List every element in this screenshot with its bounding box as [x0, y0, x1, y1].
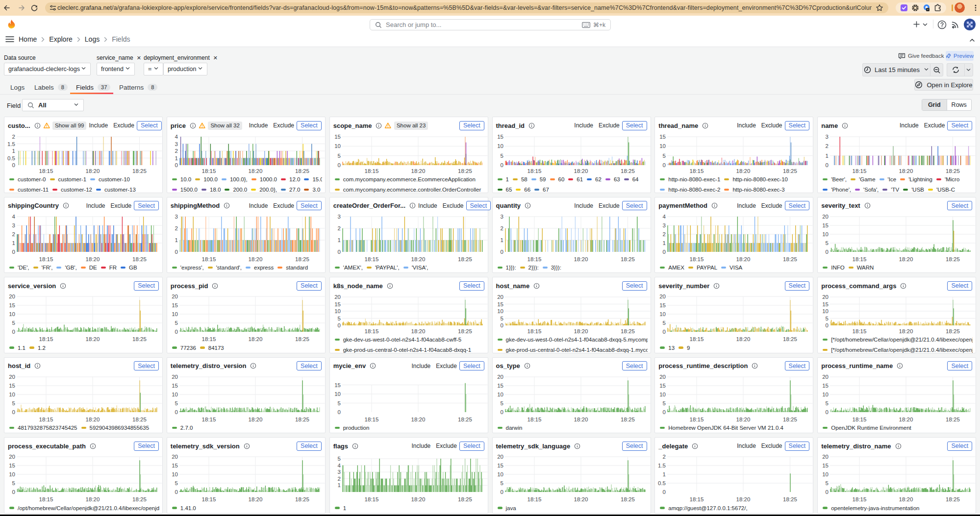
- svg-text:5: 5: [500, 480, 503, 486]
- svg-text:0: 0: [663, 249, 666, 255]
- svg-text:18:15: 18:15: [527, 496, 541, 502]
- svg-text:15: 15: [497, 463, 503, 468]
- svg-text:18:15: 18:15: [39, 416, 53, 422]
- svg-text:15: 15: [822, 383, 829, 389]
- svg-text:18:15: 18:15: [39, 256, 53, 262]
- svg-text:18:25: 18:25: [621, 416, 635, 422]
- svg-text:0: 0: [663, 162, 666, 168]
- svg-text:18:25: 18:25: [295, 496, 309, 502]
- svg-text:10: 10: [497, 471, 503, 477]
- svg-text:10: 10: [497, 308, 503, 314]
- svg-text:5: 5: [663, 320, 666, 326]
- svg-text:18:20: 18:20: [86, 168, 100, 174]
- svg-text:18:25: 18:25: [946, 328, 960, 334]
- svg-text:18:25: 18:25: [621, 168, 635, 174]
- svg-text:18:20: 18:20: [248, 256, 262, 262]
- svg-text:0: 0: [175, 162, 177, 168]
- svg-text:15: 15: [334, 301, 341, 307]
- svg-text:20: 20: [497, 294, 503, 300]
- svg-text:0: 0: [826, 162, 829, 168]
- svg-text:18:20: 18:20: [411, 416, 425, 422]
- svg-text:4: 4: [337, 463, 341, 468]
- svg-text:10: 10: [822, 231, 829, 237]
- svg-text:5: 5: [175, 320, 177, 326]
- svg-text:20: 20: [172, 454, 178, 460]
- svg-text:18:20: 18:20: [86, 336, 100, 342]
- svg-text:0: 0: [12, 489, 15, 495]
- svg-text:5: 5: [500, 400, 503, 406]
- svg-text:20: 20: [9, 374, 15, 380]
- svg-text:15: 15: [660, 134, 666, 140]
- svg-text:10: 10: [822, 308, 829, 314]
- svg-text:18:20: 18:20: [411, 496, 425, 502]
- svg-text:18:20: 18:20: [574, 496, 588, 502]
- svg-text:15: 15: [660, 383, 666, 389]
- svg-text:10: 10: [172, 471, 178, 477]
- svg-text:0: 0: [12, 409, 15, 415]
- svg-text:2: 2: [826, 143, 829, 149]
- svg-text:2: 2: [663, 231, 666, 237]
- svg-text:18:25: 18:25: [295, 168, 309, 174]
- svg-text:0: 0: [12, 249, 15, 255]
- svg-text:15: 15: [497, 134, 503, 140]
- svg-text:18:20: 18:20: [574, 328, 588, 334]
- svg-text:18:20: 18:20: [899, 256, 913, 262]
- svg-text:18:15: 18:15: [201, 336, 216, 342]
- svg-text:18:20: 18:20: [248, 416, 262, 422]
- svg-text:18:25: 18:25: [621, 328, 635, 334]
- svg-text:0: 0: [12, 329, 15, 335]
- svg-text:18:15: 18:15: [690, 336, 704, 342]
- svg-text:18:25: 18:25: [132, 168, 147, 174]
- svg-text:10: 10: [9, 392, 15, 397]
- svg-text:3: 3: [337, 469, 340, 475]
- svg-text:20: 20: [660, 374, 666, 380]
- svg-text:10: 10: [334, 143, 341, 149]
- svg-text:15: 15: [172, 383, 178, 389]
- svg-text:18:20: 18:20: [736, 256, 751, 262]
- svg-text:5: 5: [826, 480, 829, 486]
- svg-text:0: 0: [175, 329, 177, 335]
- svg-text:18:25: 18:25: [946, 416, 960, 422]
- svg-text:18:15: 18:15: [527, 256, 541, 262]
- svg-text:3: 3: [337, 214, 340, 220]
- svg-text:18:25: 18:25: [295, 416, 309, 422]
- svg-text:15: 15: [9, 463, 15, 468]
- svg-text:1: 1: [337, 482, 340, 488]
- svg-text:18:20: 18:20: [736, 416, 751, 422]
- svg-text:1: 1: [337, 237, 340, 243]
- svg-text:1.5: 1.5: [658, 463, 666, 468]
- svg-text:20: 20: [822, 454, 829, 460]
- svg-text:0: 0: [826, 489, 829, 495]
- svg-text:20: 20: [660, 294, 666, 299]
- svg-text:5: 5: [12, 320, 15, 326]
- svg-text:10: 10: [334, 308, 341, 314]
- svg-text:1: 1: [663, 240, 666, 246]
- svg-text:0: 0: [663, 329, 666, 335]
- svg-text:4: 4: [12, 214, 16, 220]
- svg-text:0: 0: [337, 409, 340, 415]
- svg-text:3: 3: [826, 134, 829, 140]
- svg-text:20: 20: [822, 214, 829, 220]
- svg-text:3: 3: [175, 214, 177, 220]
- svg-text:18:15: 18:15: [527, 416, 541, 422]
- svg-text:2: 2: [500, 225, 503, 231]
- svg-text:18:15: 18:15: [39, 168, 53, 174]
- svg-text:4: 4: [663, 214, 666, 220]
- svg-text:15: 15: [497, 301, 503, 307]
- svg-text:15: 15: [822, 222, 829, 228]
- svg-text:20: 20: [497, 454, 503, 460]
- svg-text:0: 0: [826, 409, 829, 415]
- svg-text:0: 0: [500, 249, 503, 255]
- svg-text:10: 10: [172, 392, 178, 397]
- svg-text:18:15: 18:15: [853, 328, 867, 334]
- svg-text:2: 2: [175, 225, 177, 231]
- svg-text:0: 0: [337, 249, 340, 255]
- svg-text:18:25: 18:25: [946, 496, 960, 502]
- svg-text:1: 1: [12, 148, 15, 154]
- svg-text:18:15: 18:15: [853, 256, 867, 262]
- svg-text:18:25: 18:25: [621, 256, 635, 262]
- svg-text:18:25: 18:25: [458, 496, 472, 502]
- svg-text:18:25: 18:25: [295, 256, 309, 262]
- svg-text:18:25: 18:25: [946, 168, 960, 174]
- svg-text:3: 3: [12, 222, 15, 228]
